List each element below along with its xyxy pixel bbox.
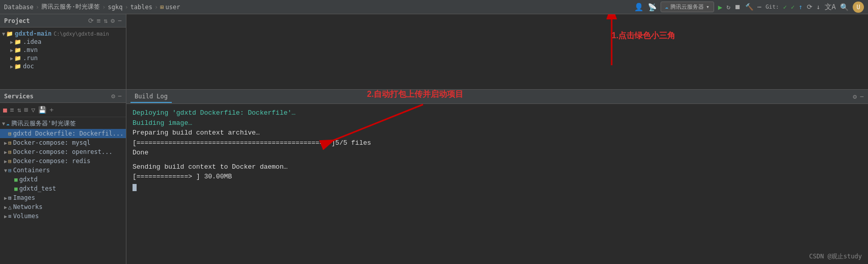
run-label: .run: [23, 55, 38, 62]
tree-item-idea[interactable]: ▶ 📁 .idea: [0, 38, 126, 46]
minus-icon[interactable]: −: [860, 93, 864, 100]
cursor-block: [133, 184, 137, 191]
images-arrow: ▶: [4, 195, 7, 201]
openrest-arrow: ▶: [4, 149, 7, 155]
containers-arrow: ▼: [4, 168, 7, 173]
tencent-icon: ☁: [6, 120, 10, 127]
log-cursor-line: [133, 183, 862, 193]
svc-images[interactable]: ▶ ⊞ Images: [0, 193, 126, 202]
settings-icon[interactable]: ⚙: [111, 17, 115, 24]
more-icon[interactable]: ⋯: [757, 3, 761, 11]
group-icon[interactable]: ⊞: [24, 106, 28, 114]
refresh-icon[interactable]: ⟳: [88, 17, 94, 24]
log-line-2: Preparing build context archive…: [133, 128, 862, 138]
svc-gdxtd-label: gdxtd: [19, 176, 38, 183]
build-log-tab[interactable]: Build Log: [130, 91, 172, 103]
collapse-icon[interactable]: ≡: [97, 17, 101, 24]
stop-icon[interactable]: ⏹: [734, 3, 741, 11]
save-icon[interactable]: 💾: [38, 106, 46, 114]
minimize-icon[interactable]: −: [118, 17, 122, 24]
breadcrumb-database[interactable]: Database: [4, 4, 34, 11]
sort-icon[interactable]: ⇅: [104, 17, 108, 24]
idea-arrow: ▶: [10, 39, 13, 45]
git-push-icon[interactable]: ↑: [799, 3, 803, 11]
bottom-section: Services ⚙ − ■ ≡ ⇅ ⊞ ▽ 💾 +: [0, 90, 868, 264]
tencent-cloud-button[interactable]: ☁ 腾讯云服务器 ▾: [661, 2, 714, 12]
tree-item-mvn[interactable]: ▶ 📁 .mvn: [0, 46, 126, 54]
svc-containers[interactable]: ▼ ⊞ Containers: [0, 166, 126, 175]
svc-mysql-label: Docker-compose: mysql: [13, 139, 91, 146]
networks-icon: △: [8, 204, 12, 210]
mvn-arrow: ▶: [10, 47, 13, 53]
translate-icon[interactable]: 文A: [825, 3, 836, 12]
add-icon[interactable]: +: [49, 106, 54, 114]
mvn-label: .mvn: [23, 46, 38, 54]
git-pull-icon[interactable]: ↓: [817, 3, 821, 11]
project-root-item[interactable]: ▼ 📁 gdxtd-main C:\gdxy\gdxtd-main: [0, 30, 126, 38]
git-fetch-icon[interactable]: ⟳: [807, 3, 812, 11]
svc-volumes[interactable]: ▶ ≡ Volumes: [0, 212, 126, 221]
doc-folder-icon: 📁: [14, 63, 21, 70]
build-log-actions: ⚙ −: [853, 93, 864, 100]
idea-folder-icon: 📁: [14, 39, 21, 45]
idea-label: .idea: [23, 38, 41, 45]
services-gear-icon[interactable]: ⚙: [111, 92, 115, 100]
tree-item-doc[interactable]: ▶ 📁 doc: [0, 62, 126, 70]
gdxtd-status-icon: ■: [14, 176, 18, 183]
person-icon: 👤: [634, 3, 644, 12]
svc-tencent-root[interactable]: ▼ ☁ 腾讯云服务器'时光课签: [0, 118, 126, 129]
gdxtd-test-status-icon: ■: [14, 186, 18, 192]
top-bar: Database › 腾讯云服务·时光课签 › sgkq › tables › …: [0, 0, 868, 14]
svc-gdxtd[interactable]: ■ gdxtd: [0, 175, 126, 184]
images-icon: ⊞: [8, 195, 12, 201]
collapse-all-icon[interactable]: ≡: [10, 106, 14, 114]
top-section: Project ⟳ ≡ ⇅ ⚙ − ▼ 📁 gdxtd-main C:\gdxy: [0, 14, 868, 90]
sidebar-actions: ⟳ ≡ ⇅ ⚙ −: [88, 17, 122, 24]
svc-gdxtd-test[interactable]: ■ gdxtd_test: [0, 184, 126, 193]
log-line-3: [=======================================…: [133, 138, 862, 148]
gear-icon[interactable]: ⚙: [853, 93, 857, 100]
svc-compose-openrest[interactable]: ▶ ⊞ Docker-compose: openrest...: [0, 147, 126, 156]
breadcrumb-sgkq[interactable]: sgkq: [108, 4, 123, 11]
mysql-icon: ⊞: [8, 140, 12, 146]
build-icon[interactable]: 🔨: [745, 3, 753, 11]
log-line-4: Done: [133, 148, 862, 158]
user-avatar[interactable]: U: [853, 2, 864, 13]
breadcrumb-tables[interactable]: tables: [130, 4, 152, 11]
dockerfile-icon: ⊞: [8, 130, 12, 137]
dropdown-icon: ▾: [706, 4, 709, 10]
mysql-arrow: ▶: [4, 140, 7, 146]
volumes-arrow: ▶: [4, 214, 7, 219]
services-tree: ▼ ☁ 腾讯云服务器'时光课签 ⊞ gdxtd Dockerfile: Dock…: [0, 117, 126, 264]
svc-containers-label: Containers: [13, 167, 50, 174]
svc-compose-redis[interactable]: ▶ ⊞ Docker-compose: redis: [0, 156, 126, 166]
services-header-icons: ⚙ −: [111, 92, 122, 100]
svc-dockerfile-item[interactable]: ⊞ gdxtd Dockerfile: Dockerfil...: [0, 129, 126, 138]
breadcrumb-user[interactable]: user: [165, 4, 180, 11]
services-title: Services: [4, 93, 34, 100]
filter-icon[interactable]: ▽: [31, 106, 35, 114]
svc-networks[interactable]: ▶ △ Networks: [0, 202, 126, 212]
search-icon[interactable]: 🔍: [840, 3, 849, 11]
git-check-icon: ✓: [783, 4, 786, 11]
breadcrumb-tencent[interactable]: 腾讯云服务·时光课签: [41, 3, 100, 11]
git-label: Git:: [766, 4, 779, 10]
project-title: Project: [4, 17, 30, 24]
log-line-7: [=============> ] 30.00MB: [133, 172, 862, 182]
svc-compose-mysql[interactable]: ▶ ⊞ Docker-compose: mysql: [0, 138, 126, 147]
watermark: CSDN @观止study: [809, 252, 862, 261]
run-button[interactable]: ▶: [718, 3, 722, 11]
volumes-icon: ≡: [8, 213, 12, 220]
tencent-arrow: ▼: [2, 121, 5, 126]
tree-item-run[interactable]: ▶ 📁 .run: [0, 54, 126, 62]
svc-images-label: Images: [13, 194, 35, 201]
table-icon: ⊞: [160, 4, 164, 11]
doc-arrow: ▶: [10, 64, 13, 69]
stop-service-icon[interactable]: ■: [3, 106, 7, 114]
expand-all-icon[interactable]: ⇅: [17, 106, 21, 114]
project-header: Project ⟳ ≡ ⇅ ⚙ −: [0, 14, 126, 28]
rerun-icon[interactable]: ↻: [726, 3, 730, 11]
build-log-content: Deploying 'gdxtd Dockerfile: Dockerfile'…: [126, 104, 868, 264]
top-bar-actions: 👤 📡 ☁ 腾讯云服务器 ▾ ▶ ↻ ⏹ 🔨 ⋯ Git: ✓ ✓ ↑ ⟳ ↓ …: [634, 2, 864, 13]
services-minimize-icon[interactable]: −: [118, 92, 122, 100]
